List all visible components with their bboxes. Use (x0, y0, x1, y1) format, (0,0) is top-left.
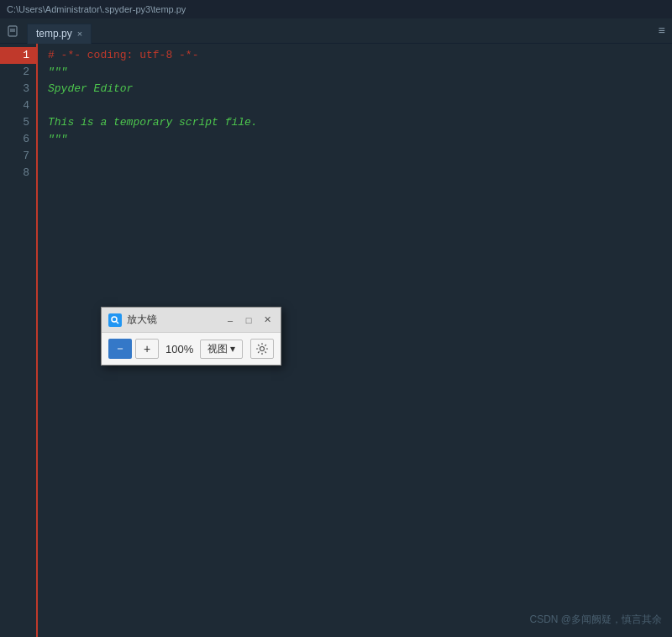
tab-menu-button[interactable]: ≡ (659, 24, 665, 38)
watermark: CSDN @多闻阙疑，慎言其余 (529, 613, 662, 627)
line-num-4: 4 (0, 97, 36, 114)
line-num-2: 2 (0, 64, 36, 81)
new-file-button[interactable] (3, 22, 24, 40)
magnifier-title: 放大镜 (127, 313, 218, 327)
tab-close-button[interactable]: × (77, 29, 82, 39)
code-line-7 (48, 148, 672, 165)
code-line-1: # -*- coding: utf-8 -*- (48, 47, 672, 64)
line-num-7: 7 (0, 148, 36, 165)
line-numbers: 1 2 3 4 5 6 7 8 (0, 44, 38, 637)
gear-icon (255, 342, 269, 355)
magnifier-toolbar: － + 100% 视图 ▾ (102, 333, 281, 365)
line-num-8: 8 (0, 165, 36, 182)
code-line-5: This is a temporary script file. (48, 114, 672, 131)
line-num-6: 6 (0, 131, 36, 148)
svg-line-4 (117, 321, 119, 324)
line-num-1: 1 (0, 47, 36, 64)
magnifier-zoom-in-button[interactable]: + (135, 339, 159, 359)
magnifier-zoom-level: 100% (165, 343, 193, 355)
svg-point-3 (112, 317, 117, 322)
title-bar: C:\Users\Administrator\.spyder-py3\temp.… (0, 0, 672, 18)
magnifier-close-button[interactable]: ✕ (260, 313, 274, 327)
magnifier-settings-button[interactable] (250, 339, 274, 359)
line-num-3: 3 (0, 81, 36, 97)
code-line-3: Spyder Editor (48, 81, 672, 97)
code-line-2: """ (48, 64, 672, 81)
editor-tab-temp-py[interactable]: temp.py × (27, 24, 92, 44)
code-line-8 (48, 165, 672, 182)
magnifier-restore-button[interactable]: □ (242, 313, 255, 327)
line-num-5: 5 (0, 114, 36, 131)
title-bar-path: C:\Users\Administrator\.spyder-py3\temp.… (7, 4, 186, 14)
magnifier-titlebar: 放大镜 – □ ✕ (102, 308, 281, 333)
tab-label: temp.py (36, 28, 72, 39)
magnifier-window: 放大镜 – □ ✕ － + 100% 视图 ▾ (101, 307, 281, 366)
magnifier-minimize-button[interactable]: – (223, 313, 237, 327)
magnifier-view-label: 视图 (207, 342, 228, 356)
magnifier-app-icon (108, 313, 122, 327)
magnifier-view-dropdown-icon: ▾ (230, 343, 235, 355)
magnifier-zoom-out-button[interactable]: － (108, 339, 132, 359)
svg-point-5 (260, 347, 265, 351)
magnifier-view-button[interactable]: 视图 ▾ (200, 340, 243, 359)
code-line-4 (48, 97, 672, 114)
tab-bar: temp.py × ≡ (0, 18, 672, 44)
code-line-6: """ (48, 131, 672, 148)
